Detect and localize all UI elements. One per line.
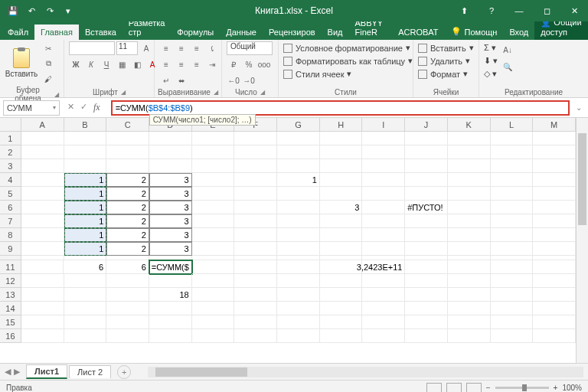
cell[interactable] [192, 315, 235, 329]
zoom-level[interactable]: 100% [562, 384, 582, 392]
cell[interactable] [320, 187, 363, 201]
cell[interactable] [234, 145, 277, 159]
cell[interactable]: 2 [106, 187, 149, 201]
tab-acrobat[interactable]: ACROBAT [392, 24, 444, 40]
cell[interactable]: 3 [149, 214, 192, 228]
cell[interactable] [448, 288, 491, 302]
cell[interactable] [106, 288, 149, 302]
sheet-nav-next-icon[interactable]: ▶ [14, 367, 20, 377]
cell[interactable] [234, 315, 277, 329]
row-header[interactable]: 6 [0, 201, 21, 214]
cell[interactable] [362, 187, 405, 201]
row-header[interactable]: 2 [0, 145, 21, 159]
cell[interactable] [533, 228, 576, 242]
cell[interactable] [64, 315, 107, 329]
col-header[interactable]: I [362, 118, 405, 132]
row-header[interactable]: 13 [0, 288, 21, 302]
cell[interactable] [533, 173, 576, 187]
cell[interactable] [362, 173, 405, 187]
cell[interactable] [448, 132, 491, 145]
cell[interactable] [448, 159, 491, 173]
cell[interactable] [149, 315, 192, 329]
number-format-select[interactable]: Общий [227, 41, 273, 55]
expand-formula-bar-icon[interactable]: ⌄ [573, 103, 585, 112]
cell[interactable]: 1 [64, 187, 107, 201]
cell[interactable] [362, 214, 405, 228]
fx-icon[interactable]: fx [93, 102, 103, 113]
cell[interactable]: 3 [320, 201, 363, 214]
format-painter-icon[interactable]: 🖌 [41, 72, 55, 86]
view-page-layout-icon[interactable] [446, 383, 462, 393]
number-launcher-icon[interactable]: ◢ [260, 89, 265, 96]
cell[interactable] [234, 302, 277, 315]
cell[interactable] [234, 329, 277, 343]
cell[interactable] [362, 329, 405, 343]
fill-button[interactable]: ⬇ ▾ [484, 56, 498, 66]
cell[interactable] [21, 159, 64, 173]
cell[interactable] [362, 228, 405, 242]
cell[interactable] [64, 145, 107, 159]
cell[interactable] [64, 302, 107, 315]
cell[interactable] [234, 201, 277, 214]
align-left-icon[interactable]: ≡ [159, 57, 173, 71]
cell[interactable] [21, 288, 64, 302]
cell[interactable]: 2 [106, 173, 149, 187]
cell[interactable] [448, 201, 491, 214]
col-header[interactable]: B [64, 118, 107, 132]
cell[interactable] [491, 302, 534, 315]
cell[interactable]: 6 [106, 260, 149, 274]
cell[interactable] [277, 260, 320, 274]
cell[interactable] [234, 288, 277, 302]
cell[interactable] [405, 159, 448, 173]
cell[interactable] [320, 214, 363, 228]
cell[interactable] [192, 242, 235, 256]
cell[interactable]: 2 [106, 201, 149, 214]
cell[interactable] [448, 302, 491, 315]
zoom-out-icon[interactable]: − [486, 384, 491, 392]
cell[interactable] [106, 274, 149, 288]
decrease-decimal-icon[interactable]: →0 [242, 74, 256, 87]
cell[interactable] [362, 302, 405, 315]
cell[interactable] [277, 214, 320, 228]
sheet-tab-1[interactable]: Лист1 [26, 364, 67, 379]
col-header[interactable]: G [277, 118, 320, 132]
align-top-icon[interactable]: ≡ [159, 41, 173, 55]
cell[interactable] [320, 315, 363, 329]
col-header[interactable]: K [448, 118, 491, 132]
cell[interactable] [64, 274, 107, 288]
cell[interactable] [533, 288, 576, 302]
cell[interactable] [405, 274, 448, 288]
cell[interactable] [106, 315, 149, 329]
cell[interactable] [320, 242, 363, 256]
cell[interactable] [491, 315, 534, 329]
cell[interactable]: 1 [64, 228, 107, 242]
cell[interactable] [491, 145, 534, 159]
sheet-nav-prev-icon[interactable]: ◀ [5, 367, 11, 377]
col-header[interactable]: A [21, 118, 64, 132]
cell[interactable] [405, 302, 448, 315]
formula-input[interactable]: =СУММ($B$4:$B$9) СУММ(число1; [число2]; … [111, 100, 570, 116]
cell[interactable] [533, 260, 576, 274]
cell[interactable] [448, 260, 491, 274]
cell[interactable]: 2 [106, 228, 149, 242]
col-header[interactable]: J [405, 118, 448, 132]
align-bottom-icon[interactable]: ≡ [190, 41, 204, 55]
cell[interactable] [362, 159, 405, 173]
cell[interactable] [277, 242, 320, 256]
row-header[interactable]: 4 [0, 173, 21, 187]
cell[interactable] [405, 242, 448, 256]
cell[interactable] [533, 315, 576, 329]
cell[interactable] [491, 260, 534, 274]
cell[interactable] [21, 329, 64, 343]
cell[interactable] [106, 159, 149, 173]
cell[interactable] [277, 187, 320, 201]
cell[interactable] [491, 274, 534, 288]
cell[interactable] [533, 159, 576, 173]
cell[interactable] [320, 159, 363, 173]
cell[interactable] [491, 288, 534, 302]
tab-home[interactable]: Главная [34, 24, 79, 40]
sign-in[interactable]: Вход [503, 24, 534, 40]
align-right-icon[interactable]: ≡ [190, 57, 204, 71]
cell[interactable]: 3 [149, 201, 192, 214]
cell[interactable] [234, 159, 277, 173]
